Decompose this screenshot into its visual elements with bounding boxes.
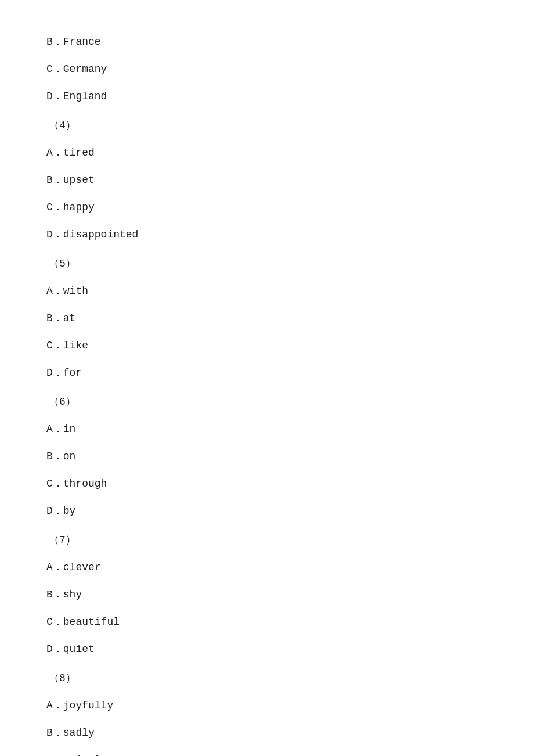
list-item: C．like: [46, 337, 488, 354]
list-item: D．for: [46, 365, 488, 381]
question-number-7: （7）: [46, 532, 488, 549]
list-item: C．happy: [46, 199, 488, 216]
list-item: C．Germany: [46, 61, 488, 78]
list-item: B．upset: [46, 172, 488, 189]
main-content: B．France C．Germany D．England （4） A．tired…: [0, 0, 534, 756]
list-item: B．on: [46, 448, 488, 465]
list-item: D．by: [46, 503, 488, 520]
list-item: A．joyfully: [46, 697, 488, 714]
list-item: A．tired: [46, 145, 488, 161]
list-item: A．in: [46, 421, 488, 438]
list-item: D．disappointed: [46, 226, 488, 243]
list-item: B．France: [46, 34, 488, 51]
question-number-6: （6）: [46, 394, 488, 411]
list-item: B．at: [46, 310, 488, 327]
list-item: B．sadly: [46, 725, 488, 741]
question-number-5: （5）: [46, 255, 488, 272]
list-item: C．beautiful: [46, 614, 488, 631]
list-item: D．quiet: [46, 641, 488, 658]
list-item: C．quietly: [46, 752, 488, 756]
list-item: B．shy: [46, 586, 488, 603]
question-number-4: （4）: [46, 117, 488, 134]
list-item: D．England: [46, 88, 488, 105]
list-item: C．through: [46, 476, 488, 492]
question-number-8: （8）: [46, 670, 488, 687]
list-item: A．clever: [46, 559, 488, 576]
list-item: A．with: [46, 283, 488, 300]
